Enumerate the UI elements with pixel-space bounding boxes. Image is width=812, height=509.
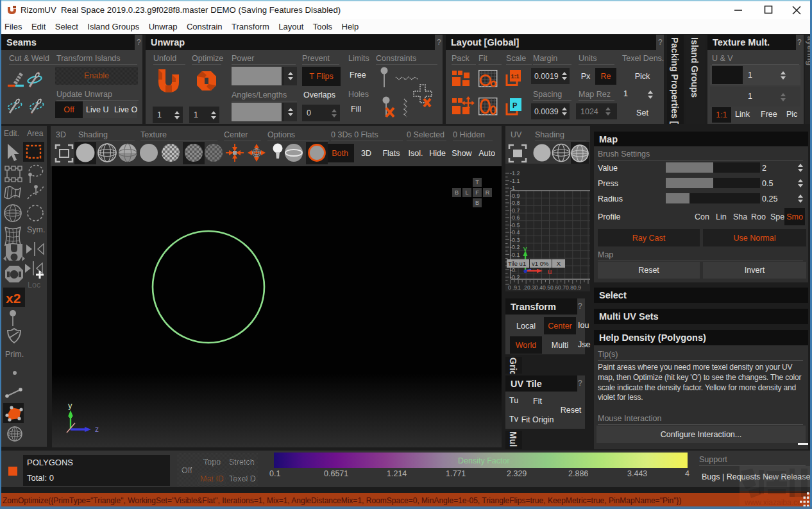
svg-text:-1: -1: [510, 185, 515, 191]
svg-text:-0.4: -0.4: [510, 229, 520, 236]
svg-text:Sym.: Sym.: [27, 225, 45, 234]
svg-text:www.xiazaiba.co: www.xiazaiba.co: [744, 498, 802, 507]
svg-text:.50: .50: [546, 284, 554, 291]
svg-text:u: u: [548, 268, 552, 275]
svg-text:.80: .80: [569, 284, 577, 291]
svg-text:-0.8: -0.8: [510, 200, 520, 206]
svg-text:-1.2: -1.2: [510, 170, 520, 177]
svg-text:-0.2: -0.2: [510, 244, 520, 250]
svg-text:.30: .30: [530, 284, 538, 291]
svg-text:P: P: [512, 101, 517, 109]
svg-text:0: 0: [508, 284, 511, 291]
svg-text:z: z: [95, 425, 99, 434]
svg-text:-0.6: -0.6: [510, 214, 520, 221]
svg-text:Loc: Loc: [28, 280, 40, 289]
svg-text:.1: .1: [516, 284, 521, 291]
svg-text:v: v: [523, 245, 527, 252]
svg-text:-0.5: -0.5: [510, 222, 520, 229]
svg-text:-1.1: -1.1: [510, 178, 520, 184]
svg-text:-0.9: -0.9: [510, 193, 520, 199]
svg-text:.20: .20: [523, 284, 530, 291]
svg-text:.60: .60: [554, 284, 561, 291]
svg-text:-0.: -0.: [510, 267, 517, 273]
svg-text:y: y: [68, 401, 72, 410]
svg-text:Prim.: Prim.: [5, 350, 24, 359]
svg-text:1:1: 1:1: [511, 73, 520, 80]
svg-text:.9: .9: [577, 284, 581, 291]
svg-text:.40: .40: [538, 284, 546, 291]
svg-text:-0.2: -0.2: [510, 274, 520, 280]
svg-text:-0.1: -0.1: [510, 252, 520, 258]
svg-text:-0.7: -0.7: [510, 207, 520, 214]
svg-text:x2: x2: [6, 291, 21, 306]
svg-text:.70: .70: [561, 284, 569, 291]
svg-text:-0.3: -0.3: [510, 237, 520, 243]
